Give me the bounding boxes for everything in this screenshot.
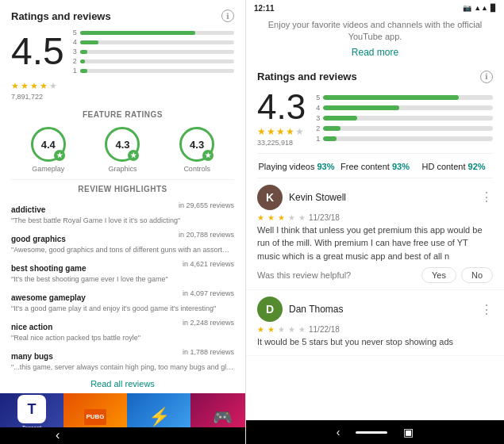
bar-row-right-4: 4 (315, 104, 493, 112)
highlight-item: nice action in 2,248 reviews "Real nice … (0, 316, 245, 345)
bar-row-right-1: 1 (315, 135, 493, 143)
review-date: 11/23/18 (309, 213, 340, 222)
review-card-0: K Kevin Stowell ⋮ ★★★★★ 11/23/18 Well I … (246, 178, 504, 291)
back-chevron-left[interactable]: ‹ (56, 428, 60, 442)
status-bar: 12:11 📷 ▲▲ ▉ (246, 0, 504, 16)
status-time: 12:11 (254, 4, 275, 13)
nav-bar-right: ‹ ▣ (246, 420, 504, 444)
info-icon-right[interactable]: ℹ (480, 71, 493, 83)
bar-row-right-5: 5 (315, 94, 493, 101)
metrics-row: Playing videos 93%Free content 93%HD con… (257, 153, 493, 178)
game3-thumb[interactable]: ⚡ (127, 393, 190, 427)
rating-bars: 5 4 3 2 1 (72, 29, 234, 75)
reviewer-name: Kevin Stowell (289, 192, 346, 203)
bars-right: 5 4 3 2 1 (315, 94, 493, 143)
review-count-left: 7,891,722 (0, 93, 245, 107)
bar-row-2: 2 (72, 57, 234, 65)
metric-item: HD content 92% (414, 159, 493, 173)
left-header: Ratings and reviews ℹ (0, 0, 245, 29)
bar-row-1: 1 (72, 67, 234, 75)
camera-icon: 📷 (463, 4, 471, 12)
reviews-container: K Kevin Stowell ⋮ ★★★★★ 11/23/18 Well I … (246, 178, 504, 356)
metric-item: Free content 93% (336, 159, 414, 173)
bar-row-4: 4 (72, 38, 234, 46)
bar-row-5: 5 (72, 29, 234, 36)
more-options-icon[interactable]: ⋮ (480, 189, 493, 205)
ratings-section-right: Ratings and reviews ℹ 4.3 ★ ★ ★ ★ ★ 33,2… (246, 64, 504, 153)
big-rating-number: 4.5 (11, 33, 64, 71)
highlights-container: addictive in 29,655 reviews "The best ba… (0, 198, 245, 374)
feature-ratings: 4.4 ★ Gameplay 4.3 ★ Graphics 4.3 ★ Cont… (0, 122, 245, 179)
rating-count-right: 33,225,918 (257, 139, 293, 147)
battery-icon: ▉ (491, 4, 496, 12)
tencent-games-thumb[interactable]: T TencentGames (0, 393, 63, 427)
review-stars-row: ★★★★★ 11/23/18 (257, 213, 493, 222)
reviewer-left: D Dan Thomas (257, 297, 343, 322)
left-panel-title: Ratings and reviews (11, 10, 111, 22)
info-icon[interactable]: ℹ (221, 10, 234, 22)
metric-item: Playing videos 93% (257, 159, 336, 173)
bar-row-right-3: 3 (315, 114, 493, 122)
highlight-item: addictive in 29,655 reviews "The best ba… (0, 198, 245, 228)
feature-item-controls: 4.3 ★ Controls (179, 127, 214, 173)
review-text: It would be 5 stars but you never stop s… (257, 335, 493, 349)
status-icons: 📷 ▲▲ ▉ (463, 4, 496, 12)
feature-item-gameplay: 4.4 ★ Gameplay (31, 127, 66, 173)
reviewer-left: K Kevin Stowell (257, 185, 346, 210)
helpful-buttons: Yes No (421, 267, 493, 283)
recent-apps-icon[interactable]: ▣ (403, 426, 414, 438)
game4-thumb[interactable]: 🎮 (190, 393, 245, 427)
review-date: 11/22/18 (309, 325, 340, 334)
review-card-1: D Dan Thomas ⋮ ★★★★★ 11/22/18 It would b… (246, 290, 504, 356)
right-panel: 12:11 📷 ▲▲ ▉ Enjoy your favorite videos … (246, 0, 504, 444)
avatar: K (257, 185, 283, 210)
bar-row-right-2: 2 (315, 124, 493, 132)
review-text: Well I think that unless you get premium… (257, 224, 493, 263)
avatar: D (257, 297, 283, 322)
ratings-content-right: 4.3 ★ ★ ★ ★ ★ 33,225,918 5 4 3 (257, 90, 493, 147)
helpful-text: Was this review helpful? (257, 270, 351, 280)
ratings-title-right: Ratings and reviews (257, 71, 357, 82)
yes-button[interactable]: Yes (421, 267, 456, 283)
stars-left: ★ ★ ★ ★ ★ (0, 81, 245, 93)
home-indicator[interactable] (356, 431, 387, 434)
pubg-thumb[interactable]: PUBG (63, 393, 127, 427)
wifi-icon: ▲▲ (474, 4, 488, 12)
highlight-item: good graphics in 20,788 reviews "Awesome… (0, 228, 245, 257)
app-header: Enjoy your favorite videos and channels … (246, 16, 504, 64)
read-all-reviews-link[interactable]: Read all reviews (0, 374, 245, 393)
back-icon-right[interactable]: ‹ (337, 426, 340, 438)
helpful-row: Was this review helpful? Yes No (257, 267, 493, 283)
nav-bar-left: ‹ (0, 427, 245, 444)
reviewer-name: Dan Thomas (289, 304, 343, 315)
highlight-item: many bugs in 1,788 reviews "...this game… (0, 345, 245, 374)
overall-rating-row: 4.5 5 4 3 2 1 (0, 29, 245, 81)
review-stars-row: ★★★★★ 11/22/18 (257, 325, 493, 334)
feature-ratings-title: FEATURE RATINGS (0, 107, 245, 122)
game-thumbnails: T TencentGames PUBG ⚡ 🎮 (0, 393, 245, 427)
big-rating-right: 4.3 (257, 90, 306, 124)
no-button[interactable]: No (461, 267, 493, 283)
highlight-item: awesome gameplay in 4,097 reviews "It's … (0, 286, 245, 316)
bar-row-3: 3 (72, 48, 234, 56)
highlight-item: best shooting game in 4,621 reviews "It'… (0, 257, 245, 286)
left-rating-right: 4.3 ★ ★ ★ ★ ★ 33,225,918 (257, 90, 306, 147)
more-options-icon[interactable]: ⋮ (480, 302, 493, 317)
left-panel: Ratings and reviews ℹ 4.5 5 4 3 2 1 ★ (0, 0, 246, 444)
highlights-title: REVIEW HIGHLIGHTS (0, 180, 245, 198)
app-description: Enjoy your favorite videos and channels … (257, 19, 493, 44)
ratings-header-right: Ratings and reviews ℹ (257, 71, 493, 83)
read-more-link[interactable]: Read more (257, 47, 493, 58)
stars-row-right: ★ ★ ★ ★ ★ (257, 126, 304, 137)
feature-item-graphics: 4.3 ★ Graphics (105, 127, 140, 173)
